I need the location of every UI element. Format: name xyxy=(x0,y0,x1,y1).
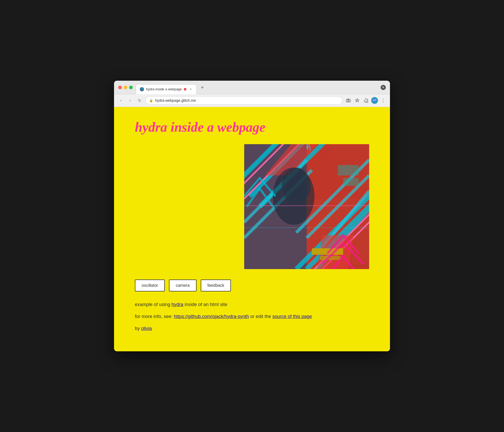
close-window-button[interactable] xyxy=(118,86,122,89)
camera-button[interactable] xyxy=(345,97,352,104)
author-link[interactable]: olivia xyxy=(141,326,152,331)
svg-rect-30 xyxy=(307,144,307,149)
active-tab[interactable]: 🌐 hydra inside a webpage × xyxy=(136,84,197,94)
info-line2-suffix: or edit the xyxy=(249,314,272,319)
star-button[interactable] xyxy=(354,97,361,104)
extensions-button[interactable] xyxy=(362,97,370,104)
camera-button-page[interactable]: camera xyxy=(169,279,196,291)
info-line1-text: example of using xyxy=(135,302,172,307)
traffic-lights xyxy=(118,86,133,89)
feedback-button[interactable]: feedback xyxy=(201,279,231,291)
recording-indicator xyxy=(184,88,186,91)
info-line3-prefix: by xyxy=(135,326,141,331)
info-line-1: example of using hydra inside of an html… xyxy=(135,300,369,309)
svg-point-1 xyxy=(348,100,349,101)
profile-avatar[interactable] xyxy=(371,97,378,104)
svg-point-25 xyxy=(282,168,311,204)
info-section: example of using hydra inside of an html… xyxy=(135,300,369,333)
minimize-window-button[interactable] xyxy=(124,86,127,89)
browser-controls: ‹ › ↻ 🔒 hydra-webpage.glitch.me xyxy=(114,94,390,107)
source-link[interactable]: source of this page xyxy=(272,314,312,319)
info-line1-suffix: inside of an html site xyxy=(183,302,227,307)
page-title: hydra inside a webpage xyxy=(135,119,369,135)
info-line2-prefix: for more info, see: xyxy=(135,314,174,319)
hydra-link[interactable]: hydra xyxy=(172,302,183,307)
svg-point-4 xyxy=(375,100,376,100)
github-link[interactable]: https://github.com/ojack/hydra-synth xyxy=(174,314,249,319)
down-arrow-icon: ▼ xyxy=(382,86,385,89)
page-content: hydra inside a webpage xyxy=(114,107,390,351)
lock-icon: 🔒 xyxy=(149,99,153,102)
url-text: hydra-webpage.glitch.me xyxy=(155,98,196,103)
new-tab-button[interactable]: + xyxy=(199,84,206,91)
svg-rect-29 xyxy=(244,227,369,228)
svg-rect-34 xyxy=(338,165,359,175)
svg-rect-35 xyxy=(343,178,359,186)
address-bar[interactable]: 🔒 hydra-webpage.glitch.me xyxy=(145,96,343,105)
maximize-window-button[interactable] xyxy=(129,86,133,89)
svg-rect-31 xyxy=(308,145,308,149)
reload-button[interactable]: ↻ xyxy=(136,97,143,104)
more-menu-button[interactable]: ⋮ xyxy=(380,97,387,104)
forward-button[interactable]: › xyxy=(127,97,134,104)
tab-favicon: 🌐 xyxy=(140,87,144,91)
buttons-section: oscillator camera feedback xyxy=(135,279,369,291)
info-line-3: by olivia xyxy=(135,324,369,333)
hydra-canvas xyxy=(244,144,369,269)
svg-rect-28 xyxy=(244,205,369,206)
info-line-2: for more info, see: https://github.com/o… xyxy=(135,312,369,321)
svg-rect-33 xyxy=(310,146,310,151)
svg-point-3 xyxy=(373,100,374,101)
svg-rect-32 xyxy=(309,144,310,147)
svg-rect-26 xyxy=(312,248,343,255)
oscillator-button[interactable]: oscillator xyxy=(135,279,165,291)
tab-bar: 🌐 hydra inside a webpage × + xyxy=(136,82,377,92)
svg-point-2 xyxy=(371,97,378,104)
back-button[interactable]: ‹ xyxy=(117,97,124,104)
title-bar: 🌐 hydra inside a webpage × + ▼ xyxy=(114,81,390,94)
browser-window: 🌐 hydra inside a webpage × + ▼ ‹ › ↻ 🔒 h… xyxy=(114,81,390,351)
tab-title: hydra inside a webpage xyxy=(146,87,182,91)
tab-close-button[interactable]: × xyxy=(188,87,193,91)
toolbar-icons: ⋮ xyxy=(345,97,387,104)
browser-menu-button[interactable]: ▼ xyxy=(381,85,386,90)
